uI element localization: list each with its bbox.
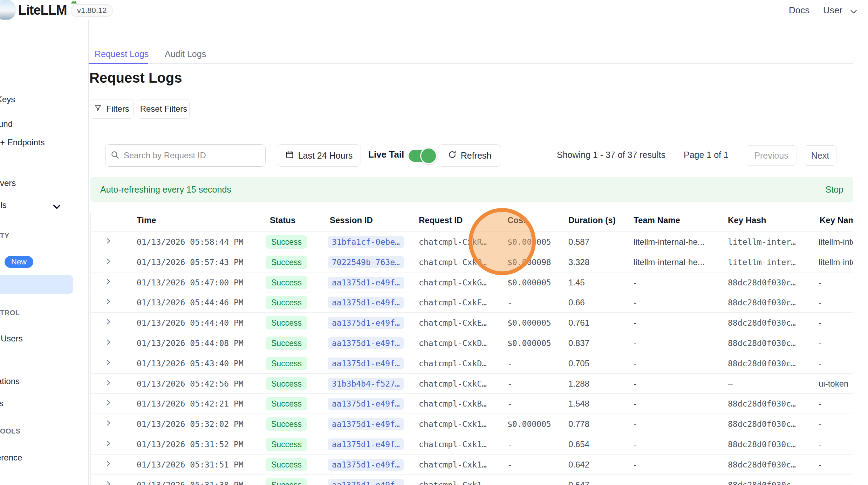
session-id-link[interactable]: aa1375d1-e49f… xyxy=(328,398,404,410)
column-header: Status xyxy=(270,215,295,225)
search-input[interactable] xyxy=(123,150,260,161)
cell-session-id: aa1375d1-e49f… xyxy=(328,439,404,449)
table-row: 01/13/2026 05:58:44 PMSuccess31bfa1cf-0e… xyxy=(91,231,853,252)
cell-team-name: - xyxy=(634,359,636,368)
expand-row-icon[interactable] xyxy=(104,318,112,328)
table-row: 01/13/2026 05:43:40 PMSuccessaa1375d1-e4… xyxy=(91,353,853,374)
cell-key-hash: 88dc28d0f030c… xyxy=(728,298,796,307)
cell-cost: $0.000005 xyxy=(507,237,551,247)
expand-row-icon[interactable] xyxy=(104,480,112,485)
nav-user-menu[interactable]: User xyxy=(823,5,842,16)
cell-cost: $0.000098 xyxy=(507,258,551,267)
cell-time: 01/13/2026 05:44:46 PM xyxy=(137,298,244,307)
cell-key-hash: 88dc28d0f030c… xyxy=(728,440,796,449)
sidebar: Keys und + Endpoints rvers ils TY New TR… xyxy=(0,20,89,485)
filters-button[interactable]: Filters xyxy=(90,99,134,119)
session-id-link[interactable]: aa1375d1-e49f… xyxy=(328,358,404,369)
sidebar-item-users[interactable]: Users xyxy=(1,334,23,344)
expand-row-icon[interactable] xyxy=(104,237,112,247)
refresh-button[interactable]: Refresh xyxy=(438,144,501,167)
tab-audit-logs[interactable]: Audit Logs xyxy=(165,49,206,59)
expand-row-icon[interactable] xyxy=(104,379,112,389)
expand-row-icon[interactable] xyxy=(104,399,112,409)
session-id-link[interactable]: aa1375d1-e49f… xyxy=(328,479,404,485)
session-id-link[interactable]: 31bfa1cf-0ebe… xyxy=(328,236,404,248)
cell-key-hash: 88dc28d0f030c… xyxy=(728,339,796,348)
cell-team-name: - xyxy=(634,419,636,429)
version-badge: v1.80.12 xyxy=(71,4,113,17)
expand-row-icon[interactable] xyxy=(104,459,112,470)
status-badge: Success xyxy=(266,458,307,471)
cell-request-id: chatcmpl-Cxk1… xyxy=(419,420,487,429)
tabs-bar: Request Logs Audit Logs xyxy=(89,47,853,64)
session-id-link[interactable]: 31b3b4b4-f527… xyxy=(328,378,404,390)
status-badge: Success xyxy=(266,256,307,269)
sidebar-item-reference[interactable]: erence xyxy=(0,453,22,463)
sidebar-item-keys[interactable]: Keys xyxy=(0,95,15,104)
chevron-down-icon[interactable] xyxy=(52,202,62,213)
page-info: Page 1 of 1 xyxy=(684,150,729,160)
time-range-button[interactable]: Last 24 Hours xyxy=(277,144,361,167)
expand-row-icon[interactable] xyxy=(104,277,112,288)
cell-key-hash: 88dc28d0f030c… xyxy=(728,480,796,485)
expand-row-icon[interactable] xyxy=(104,419,112,429)
cell-time: 01/13/2026 05:58:44 PM xyxy=(137,237,244,247)
cell-session-id: aa1375d1-e49f… xyxy=(328,338,404,348)
sidebar-item-teams[interactable]: s xyxy=(0,399,4,408)
expand-row-icon[interactable] xyxy=(104,439,112,450)
cell-session-id: aa1375d1-e49f… xyxy=(328,399,404,409)
cell-cost: $0.000005 xyxy=(507,420,551,429)
next-page-button[interactable]: Next xyxy=(804,145,836,166)
plant-decoration-icon xyxy=(71,0,77,4)
cell-team-name: litellm-internal-he... xyxy=(634,237,705,247)
expand-row-icon[interactable] xyxy=(104,297,112,308)
search-icon xyxy=(110,150,119,161)
session-id-link[interactable]: aa1375d1-e49f… xyxy=(328,277,404,289)
sidebar-item-servers[interactable]: rvers xyxy=(0,178,16,188)
cell-key-name: litellm-inte xyxy=(819,257,853,267)
cell-time: 01/13/2026 05:47:00 PM xyxy=(137,278,244,287)
cell-cost: - xyxy=(507,359,512,368)
tab-request-logs[interactable]: Request Logs xyxy=(95,49,149,59)
status-badge: Success xyxy=(266,357,307,370)
expand-row-icon[interactable] xyxy=(104,358,112,369)
cell-duration: 0.642 xyxy=(568,460,589,470)
sidebar-section-label: OOLS xyxy=(0,427,21,435)
cell-key-name: - xyxy=(819,399,821,409)
column-header: Key Hash xyxy=(728,215,766,225)
cell-key-name: - xyxy=(819,419,821,429)
sidebar-item-endpoints[interactable]: + Endpoints xyxy=(0,138,45,147)
cell-request-id: chatcmpl-CxkE… xyxy=(419,298,487,307)
sidebar-item-playground[interactable]: und xyxy=(0,119,13,129)
session-id-link[interactable]: aa1375d1-e49f… xyxy=(328,337,404,349)
reset-filters-button[interactable]: Reset Filters xyxy=(138,99,190,119)
cell-duration: 0.778 xyxy=(568,419,589,429)
session-id-link[interactable]: aa1375d1-e49f… xyxy=(328,297,404,309)
session-id-link[interactable]: aa1375d1-e49f… xyxy=(328,418,404,430)
sidebar-item-logs-selected[interactable] xyxy=(0,275,73,294)
refresh-label: Refresh xyxy=(461,151,492,161)
stop-auto-refresh-button[interactable]: Stop xyxy=(826,185,843,195)
cell-request-id: chatcmpl-CxkD… xyxy=(419,339,487,348)
session-id-link[interactable]: aa1375d1-e49f… xyxy=(328,459,404,471)
session-id-link[interactable]: 7022549b-763e… xyxy=(328,256,404,268)
session-id-link[interactable]: aa1375d1-e49f… xyxy=(328,438,404,450)
table-row: 01/13/2026 05:57:43 PMSuccess7022549b-76… xyxy=(91,252,853,272)
column-header: Team Name xyxy=(634,215,680,225)
nav-docs-link[interactable]: Docs xyxy=(789,5,809,16)
previous-page-button[interactable]: Previous xyxy=(746,145,797,166)
table-row: 01/13/2026 05:44:46 PMSuccessaa1375d1-e4… xyxy=(91,292,853,313)
expand-row-icon[interactable] xyxy=(104,338,112,348)
cell-key-name: - xyxy=(819,460,821,470)
table-row: 01/13/2026 05:42:56 PMSuccess31b3b4b4-f5… xyxy=(91,373,853,394)
live-tail-toggle-knob[interactable] xyxy=(420,147,437,164)
sidebar-item-organizations[interactable]: ations xyxy=(0,376,20,386)
sidebar-item-ils[interactable]: ils xyxy=(0,200,7,210)
cell-duration: 3.328 xyxy=(568,257,589,267)
chevron-down-icon[interactable] xyxy=(849,7,858,18)
cell-time: 01/13/2026 05:31:51 PM xyxy=(137,460,244,469)
session-id-link[interactable]: aa1375d1-e49f… xyxy=(328,317,404,329)
expand-row-icon[interactable] xyxy=(104,257,112,268)
cell-request-id: chatcmpl-CxkE… xyxy=(419,318,487,327)
cell-key-hash: litellm-inter… xyxy=(728,258,796,267)
